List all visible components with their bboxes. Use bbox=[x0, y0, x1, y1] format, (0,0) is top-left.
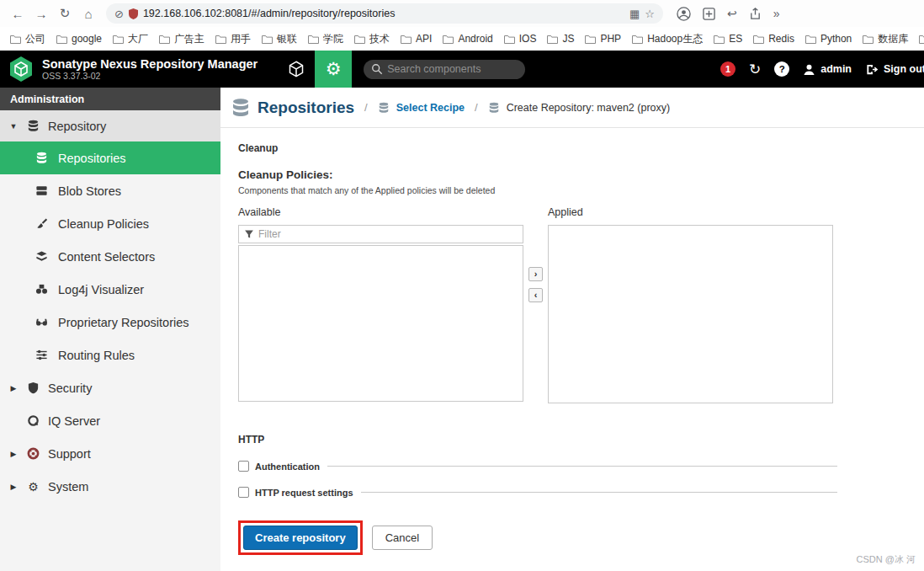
qr-code-icon[interactable]: ▦ bbox=[629, 8, 640, 19]
sidebar-item-label: Cleanup Policies bbox=[58, 217, 149, 231]
sidebar-group-system[interactable]: ▶ ⚙ System bbox=[0, 470, 220, 503]
gear-icon: ⚙ bbox=[326, 59, 342, 79]
app-title: Sonatype Nexus Repository Manager bbox=[42, 57, 258, 72]
folder-icon bbox=[354, 35, 365, 44]
sidebar-item-content-selectors[interactable]: Content Selectors bbox=[0, 240, 220, 273]
breadcrumb-root[interactable]: Repositories bbox=[258, 99, 354, 117]
transfer-buttons: › ‹ bbox=[523, 206, 548, 403]
browser-tools-icon[interactable] bbox=[703, 8, 715, 20]
sidebar-title: Administration bbox=[0, 88, 220, 110]
browse-mode-button[interactable] bbox=[278, 51, 315, 88]
bookmark-item[interactable]: PHP bbox=[585, 33, 621, 45]
recipe-icon bbox=[378, 102, 390, 114]
cancel-button[interactable]: Cancel bbox=[372, 526, 433, 550]
security-shield-icon bbox=[129, 8, 138, 19]
move-right-button[interactable]: › bbox=[528, 267, 543, 281]
section-divider bbox=[327, 466, 837, 467]
admin-mode-button[interactable]: ⚙ bbox=[315, 51, 352, 88]
cleanup-policies-title: Cleanup Policies: bbox=[238, 168, 837, 181]
help-icon[interactable]: ? bbox=[774, 61, 789, 77]
bookmark-label: 大厂 bbox=[128, 32, 148, 46]
sliders-icon bbox=[34, 349, 50, 361]
sonatype-logo-icon bbox=[8, 56, 34, 83]
move-left-button[interactable]: ‹ bbox=[528, 288, 543, 302]
folder-icon bbox=[215, 35, 226, 44]
favorite-star-icon[interactable]: ☆ bbox=[645, 8, 655, 19]
search-icon bbox=[371, 63, 383, 75]
bookmark-item[interactable]: 企业 bbox=[919, 32, 924, 46]
refresh-sync-icon[interactable]: ↻ bbox=[749, 61, 761, 78]
bookmark-item[interactable]: 学院 bbox=[308, 32, 343, 46]
user-icon bbox=[803, 63, 815, 76]
user-menu[interactable]: admin bbox=[803, 63, 852, 76]
sidebar-item-iq-server[interactable]: IQ Server bbox=[0, 404, 220, 437]
bookmark-item[interactable]: 公司 bbox=[10, 32, 45, 46]
sidebar-group-repository[interactable]: ▼ Repository bbox=[0, 110, 220, 141]
create-repository-button[interactable]: Create repository bbox=[243, 526, 358, 550]
sidebar-item-blob-stores[interactable]: Blob Stores bbox=[0, 174, 220, 207]
forward-icon[interactable]: → bbox=[30, 7, 52, 21]
bookmark-item[interactable]: ES bbox=[714, 33, 742, 45]
sidebar-item-cleanup-policies[interactable]: Cleanup Policies bbox=[0, 207, 220, 240]
glasses-icon bbox=[34, 316, 50, 328]
folder-icon bbox=[919, 35, 924, 44]
folder-icon bbox=[443, 35, 454, 44]
bookmark-item[interactable]: JS bbox=[547, 33, 574, 45]
address-bar[interactable]: ⊘ 192.168.106.102:8081/#/admin/repositor… bbox=[106, 3, 663, 24]
home-icon[interactable]: ⌂ bbox=[77, 7, 99, 21]
refresh-icon[interactable]: ↻ bbox=[54, 6, 76, 21]
bookmark-item[interactable]: Hadoop生态 bbox=[632, 32, 703, 46]
sidebar-item-repositories[interactable]: Repositories bbox=[0, 141, 220, 174]
bookmark-item[interactable]: 数据库 bbox=[863, 32, 908, 46]
sidebar-item-proprietary-repositories[interactable]: Proprietary Repositories bbox=[0, 306, 220, 339]
search-input[interactable] bbox=[364, 60, 525, 79]
applied-policies-list[interactable] bbox=[548, 225, 833, 403]
folder-icon bbox=[585, 35, 596, 44]
screen: ← → ↻ ⌂ ⊘ 192.168.106.102:8081/#/admin/r… bbox=[0, 0, 924, 571]
available-policies-list[interactable] bbox=[238, 245, 523, 402]
site-permission-icon[interactable]: ⊘ bbox=[114, 8, 124, 19]
bookmark-item[interactable]: google bbox=[56, 33, 102, 45]
back-icon[interactable]: ← bbox=[7, 7, 29, 21]
app-header: Sonatype Nexus Repository Manager OSS 3.… bbox=[0, 51, 924, 88]
bookmark-item[interactable]: Android bbox=[443, 33, 492, 45]
bookmark-item[interactable]: 技术 bbox=[354, 32, 390, 46]
bookmark-item[interactable]: API bbox=[401, 33, 432, 45]
app-title-block: Sonatype Nexus Repository Manager OSS 3.… bbox=[42, 57, 258, 82]
admin-sidebar: Administration ▼ Repository Repositories… bbox=[0, 88, 220, 571]
available-label: Available bbox=[238, 206, 523, 218]
gear-icon: ⚙ bbox=[25, 480, 41, 494]
bookmark-label: Hadoop生态 bbox=[647, 32, 703, 46]
bookmark-item[interactable]: 银联 bbox=[262, 32, 297, 46]
binoculars-icon bbox=[34, 283, 50, 296]
profile-icon[interactable] bbox=[677, 7, 691, 21]
bookmark-label: Python bbox=[820, 33, 852, 45]
sign-out-icon bbox=[865, 63, 879, 76]
sidebar-group-security[interactable]: ▶ Security bbox=[0, 371, 220, 404]
bookmark-item[interactable]: Python bbox=[805, 33, 852, 45]
history-undo-icon[interactable]: ↩ bbox=[727, 7, 737, 20]
bookmark-item[interactable]: 大厂 bbox=[113, 32, 148, 46]
sign-out-button[interactable]: Sign out bbox=[865, 63, 924, 76]
bookmark-item[interactable]: IOS bbox=[504, 33, 537, 45]
browser-actions: ↩ » bbox=[677, 7, 780, 21]
more-toolbar-icon[interactable]: » bbox=[773, 7, 780, 20]
broom-icon bbox=[34, 217, 50, 230]
bookmark-item[interactable]: 广告主 bbox=[159, 32, 204, 46]
http-request-settings-checkbox[interactable] bbox=[238, 487, 249, 498]
breadcrumb-select-recipe[interactable]: Select Recipe bbox=[396, 102, 465, 114]
sidebar-item-routing-rules[interactable]: Routing Rules bbox=[0, 339, 220, 371]
sidebar-item-log4j-visualizer[interactable]: Log4j Visualizer bbox=[0, 273, 220, 306]
bookmark-item[interactable]: 用手 bbox=[215, 32, 251, 46]
sidebar-item-label: Proprietary Repositories bbox=[58, 316, 189, 329]
main-panel: Repositories / Select Recipe / Create Re… bbox=[220, 88, 924, 571]
sidebar-item-label: Blob Stores bbox=[58, 184, 121, 198]
bookmark-label: Android bbox=[458, 33, 492, 45]
bookmark-item[interactable]: Redis bbox=[753, 33, 794, 45]
sidebar-group-support[interactable]: ▶ Support bbox=[0, 437, 220, 470]
share-icon[interactable] bbox=[749, 8, 762, 20]
filter-input[interactable] bbox=[258, 228, 518, 240]
error-badge[interactable]: 1 bbox=[720, 61, 735, 77]
bookmark-label: JS bbox=[562, 33, 574, 45]
authentication-checkbox[interactable] bbox=[238, 461, 249, 472]
